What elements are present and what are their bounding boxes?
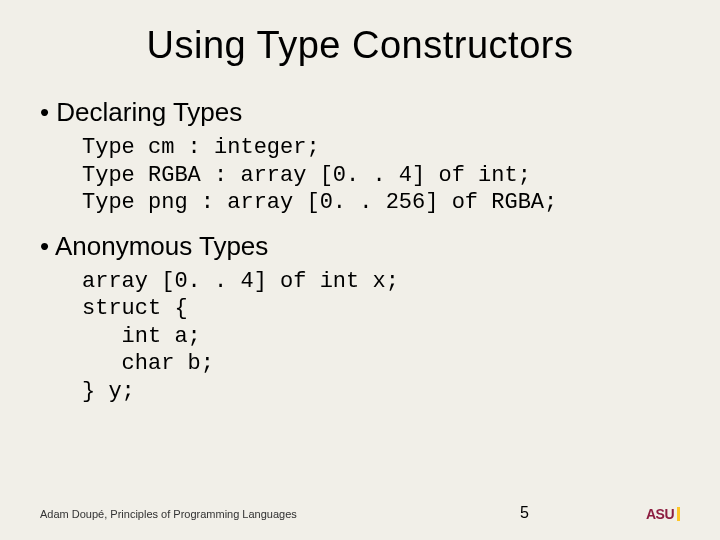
asu-logo: ASU [646, 506, 680, 522]
asu-logo-bar [677, 507, 680, 521]
code-anonymous-types: array [0. . 4] of int x; struct { int a;… [82, 268, 680, 406]
footer-credit: Adam Doupé, Principles of Programming La… [40, 508, 297, 520]
footer: Adam Doupé, Principles of Programming La… [40, 506, 680, 522]
bullet-declaring-types: Declaring Types [40, 97, 680, 128]
bullet-anonymous-types: Anonymous Types [40, 231, 680, 262]
asu-logo-text: ASU [646, 506, 674, 522]
slide-body: Declaring Types Type cm : integer; Type … [0, 77, 720, 405]
code-declaring-types: Type cm : integer; Type RGBA : array [0.… [82, 134, 680, 217]
slide: Using Type Constructors Declaring Types … [0, 0, 720, 540]
page-number: 5 [520, 504, 529, 522]
slide-title: Using Type Constructors [0, 0, 720, 77]
